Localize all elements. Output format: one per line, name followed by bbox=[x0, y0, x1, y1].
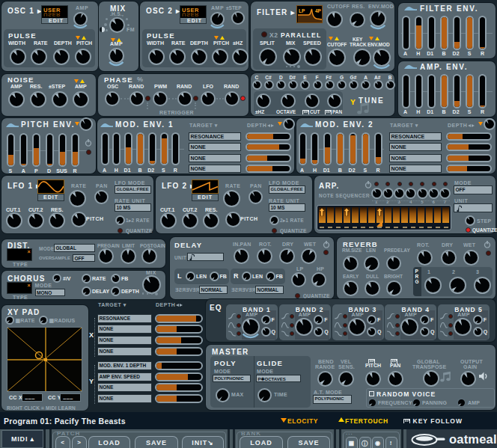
svg-text:4P: 4P bbox=[315, 7, 322, 13]
svg-text:LP: LP bbox=[299, 7, 305, 13]
